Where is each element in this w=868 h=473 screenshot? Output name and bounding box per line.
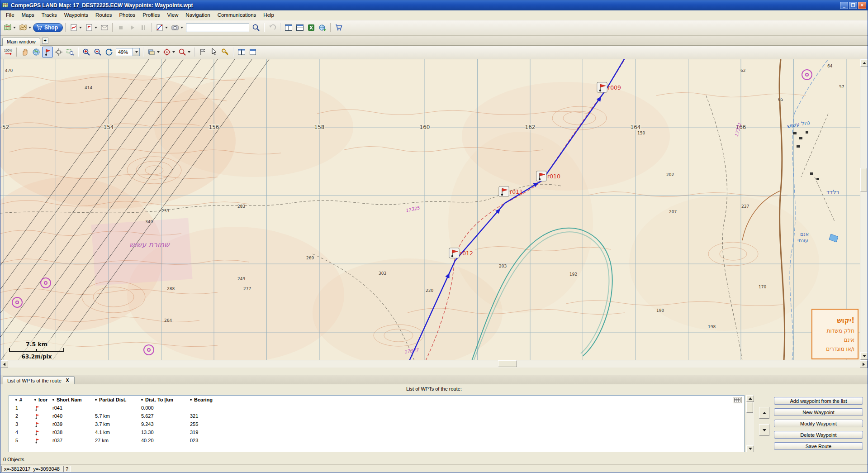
map-waypoint-r011[interactable]: r011 — [499, 186, 523, 196]
table-row[interactable]: 5 r037 27 km 40.20 023 — [9, 436, 744, 444]
mail-button[interactable] — [99, 22, 110, 33]
map-waypoint-r010[interactable]: r010 — [536, 171, 560, 181]
vertical-scroll-thumb[interactable] — [860, 168, 867, 191]
add-waypoint-from-list-button[interactable]: Add waypoint from the list — [774, 397, 863, 405]
zoom-level-combo[interactable]: 49% — [116, 48, 140, 56]
list-scroll-up-button[interactable] — [746, 395, 754, 402]
new-waypoint-button[interactable]: New Waypoint — [774, 408, 863, 416]
undo-button[interactable] — [267, 22, 278, 33]
column-header-partial-dist[interactable]: Partial Dist. — [95, 396, 141, 404]
menu-routes[interactable]: Routes — [92, 11, 115, 19]
move-waypoint-up-button[interactable] — [759, 407, 769, 419]
modify-waypoint-button[interactable]: Modify Waypoint — [774, 420, 863, 427]
open-map-button[interactable] — [2, 22, 17, 33]
column-header-number[interactable]: # — [9, 396, 33, 404]
close-button[interactable]: × — [858, 2, 866, 9]
menu-view[interactable]: View — [164, 11, 182, 19]
flag-tool-button[interactable] — [197, 47, 208, 57]
excel-export-button[interactable] — [306, 22, 317, 33]
list-scroll-thumb[interactable] — [746, 402, 753, 413]
wpt-bearing: 319 — [190, 428, 232, 436]
open-waypoint-button[interactable] — [84, 22, 99, 33]
column-header-dist-to[interactable]: Dist. To [km — [141, 396, 190, 404]
spot-height-label: 283 — [237, 204, 245, 209]
tab-main-window[interactable]: Main window — [2, 38, 40, 46]
column-header-icon[interactable]: Icor — [33, 396, 52, 404]
map-waypoint-r012[interactable]: r012 — [449, 248, 473, 258]
zoom-area-button[interactable] — [65, 47, 76, 57]
find-tool-button[interactable] — [177, 47, 192, 57]
table-header-row: # Icor Short Nam Partial Dist. Dist. To … — [9, 396, 744, 404]
pane-layout-button[interactable] — [294, 22, 305, 33]
open-track-button[interactable] — [68, 22, 83, 33]
column-header-bearing[interactable]: Bearing — [190, 396, 232, 404]
center-tool-button[interactable] — [161, 47, 176, 57]
zoom-out-button[interactable] — [92, 47, 103, 57]
search-input[interactable] — [186, 24, 249, 32]
table-row[interactable]: 3 r039 3.7 km 9.243 255 — [9, 420, 744, 428]
window-view-button[interactable] — [247, 47, 258, 57]
search-button[interactable] — [251, 22, 261, 33]
update-maps-button[interactable] — [317, 22, 328, 33]
layers-tool-button[interactable] — [146, 47, 161, 57]
menu-maps[interactable]: Maps — [18, 11, 38, 19]
minimize-button[interactable]: _ — [840, 2, 848, 9]
tab-wpt-list[interactable]: List of WPTs of the route X — [3, 376, 75, 384]
open-route-button[interactable] — [154, 22, 169, 33]
envelope-icon — [100, 24, 109, 32]
menu-navigation[interactable]: Navigation — [182, 11, 213, 19]
column-header-shortname[interactable]: Short Nam — [52, 396, 95, 404]
map-vertical-scrollbar[interactable] — [860, 59, 868, 360]
dropdown-arrow-icon — [28, 27, 31, 29]
zoom-100-button[interactable]: 100% — [2, 47, 14, 57]
table-row[interactable]: 1 r041 0.000 — [9, 404, 744, 412]
menu-tracks[interactable]: Tracks — [38, 11, 61, 19]
zoom-level-dropdown[interactable] — [133, 48, 140, 56]
map-horizontal-scrollbar[interactable] — [0, 360, 868, 368]
save-route-button[interactable]: Save Route — [774, 442, 863, 450]
list-scrollbar[interactable] — [746, 395, 754, 452]
open-landscape-button[interactable] — [18, 22, 33, 33]
scroll-right-button[interactable] — [860, 360, 868, 368]
split-panes-button[interactable] — [283, 22, 294, 33]
menu-profiles[interactable]: Profiles — [139, 11, 163, 19]
scroll-up-button[interactable] — [860, 59, 868, 67]
close-panel-button[interactable]: X — [65, 378, 70, 383]
table-row[interactable]: 2 r040 5.7 km 5.627 321 — [9, 412, 744, 420]
new-window-tab-button[interactable]: + — [42, 38, 48, 44]
stop-button[interactable] — [115, 22, 126, 33]
pause-button[interactable] — [138, 22, 149, 33]
move-tool-button[interactable] — [53, 47, 64, 57]
key-tool-button[interactable] — [220, 47, 231, 57]
waypoint-flag-base — [501, 194, 503, 196]
list-scroll-down-button[interactable] — [746, 445, 754, 452]
menu-file[interactable]: File — [2, 11, 18, 19]
pan-tool-button[interactable] — [19, 47, 30, 57]
menu-help[interactable]: Help — [260, 11, 278, 19]
move-waypoint-down-button[interactable] — [759, 424, 769, 436]
shop-button[interactable]: Shop — [33, 23, 63, 32]
split-view-button[interactable] — [236, 47, 247, 57]
dropdown-arrow-icon — [157, 51, 160, 53]
menu-photos[interactable]: Photos — [115, 11, 139, 19]
select-tool-button[interactable] — [209, 47, 219, 57]
delete-waypoint-button[interactable]: Delete Waypoint — [774, 431, 863, 439]
scroll-down-button[interactable] — [860, 352, 868, 360]
wpt-table[interactable]: # Icor Short Nam Partial Dist. Dist. To … — [9, 395, 745, 452]
globe-tool-button[interactable] — [31, 47, 42, 57]
play-button[interactable] — [127, 22, 138, 33]
map-waypoint-r009[interactable]: r009 — [597, 82, 621, 92]
table-options-button[interactable] — [733, 397, 742, 403]
menu-communications[interactable]: Communications — [214, 11, 260, 19]
map-canvas[interactable]: 5215415615816016216416647041434923328326… — [0, 59, 861, 361]
menu-waypoints[interactable]: Waypoints — [61, 11, 92, 19]
open-photo-button[interactable] — [170, 22, 185, 33]
zoom-in-button[interactable] — [81, 47, 92, 57]
shop-cart-button[interactable] — [333, 22, 344, 33]
maximize-button[interactable]: ❐ — [849, 2, 857, 9]
horizontal-scroll-thumb[interactable] — [498, 360, 517, 367]
redraw-button[interactable] — [104, 47, 114, 57]
table-row[interactable]: 4 r038 4.1 km 13.30 319 — [9, 428, 744, 436]
waypoint-tool-button[interactable] — [42, 47, 53, 57]
scroll-left-button[interactable] — [0, 360, 8, 368]
